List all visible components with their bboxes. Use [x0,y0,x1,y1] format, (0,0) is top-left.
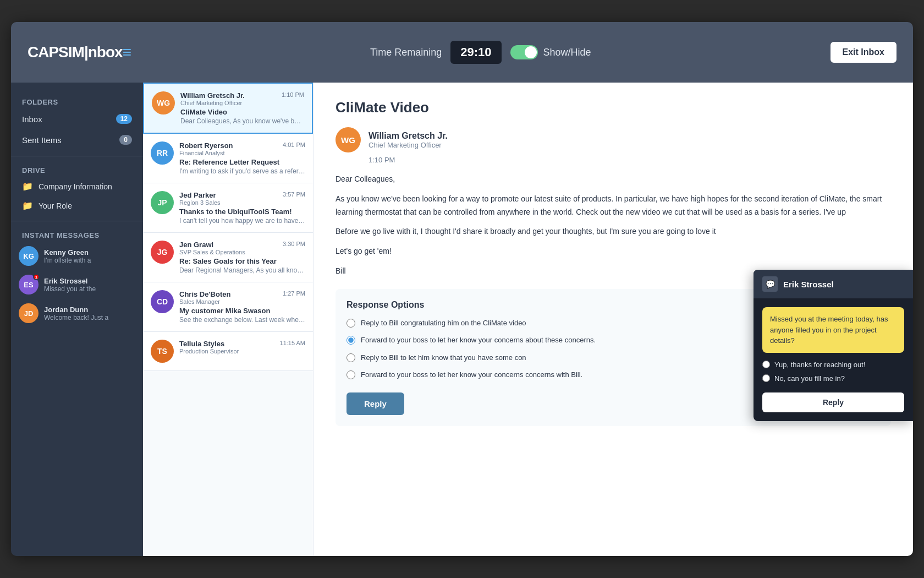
folder-icon-role: 📁 [22,200,33,211]
email-header-row: Jen Grawl SVP Sales & Operations 3:30 PM [179,241,305,255]
email-preview: See the exchange below. Last week when I… [179,316,305,324]
sidebar-divider-2 [11,221,143,221]
reply-button[interactable]: Reply [346,392,404,415]
response-radio[interactable] [346,319,355,328]
response-label[interactable]: Reply to Bill congratulating him on the … [361,318,526,329]
im-list-item-jd[interactable]: JD Jordan Dunn Welcome back! Just a [11,299,143,328]
sender-info: William Gretsch Jr. Chief Marketing Offi… [369,131,448,149]
folder-icon-company: 📁 [22,181,33,192]
im-name: Kenny Green [44,248,135,257]
email-sender: Jen Grawl [179,241,245,249]
im-preview: Missed you at the [44,285,135,293]
email-header-row: Jed Parker Region 3 Sales 3:57 PM [179,191,305,206]
your-role-label: Your Role [38,201,72,210]
sidebar: Folders Inbox 12 Sent Items 0 Drive 📁 Co… [11,83,143,556]
email-content: CliMate Video WG William Gretsch Jr. Chi… [314,83,913,556]
im-avatar: ES 1 [19,275,38,295]
sender-title: Chief Marketing Officer [369,141,448,149]
email-sender: Robert Ryerson [179,141,233,150]
email-list-item[interactable]: TS Tellula Styles Production Supervisor … [143,332,313,371]
email-list-item[interactable]: WG William Gretsch Jr. Chief Marketing O… [143,83,313,134]
sender-name: William Gretsch Jr. [369,131,448,141]
im-reply-label[interactable]: No, can you fill me in? [774,374,845,383]
email-preview: I'm writing to ask if you'd serve as a r… [179,167,305,175]
email-role: Production Supervisor [179,348,239,355]
show-hide-label: Show/Hide [543,47,591,58]
sidebar-item-inbox[interactable]: Inbox 12 [11,108,143,129]
inbox-label: Inbox [22,114,116,124]
email-header-row: Robert Ryerson Financial Analyst 4:01 PM [179,141,305,156]
email-list-item[interactable]: JG Jen Grawl SVP Sales & Operations 3:30… [143,233,313,282]
email-time: 3:57 PM [283,191,305,198]
sent-items-label: Sent Items [22,135,119,145]
sidebar-item-sent[interactable]: Sent Items 0 [11,129,143,150]
email-avatar: TS [151,340,174,363]
response-label[interactable]: Forward to your boss to let her know you… [361,335,596,346]
im-text: Kenny Green I'm offsite with a [44,248,135,264]
im-reply-option[interactable]: No, can you fill me in? [762,374,904,383]
email-avatar: JG [151,241,174,264]
email-list-item[interactable]: RR Robert Ryerson Financial Analyst 4:01… [143,134,313,183]
email-list-item[interactable]: JP Jed Parker Region 3 Sales 3:57 PM Tha… [143,183,313,233]
main-layout: Folders Inbox 12 Sent Items 0 Drive 📁 Co… [11,83,913,556]
response-radio[interactable] [346,336,355,345]
exit-inbox-button[interactable]: Exit Inbox [831,42,897,63]
email-header-row: Chris De'Boten Sales Manager 1:27 PM [179,290,305,305]
email-list-item[interactable]: CD Chris De'Boten Sales Manager 1:27 PM … [143,282,313,332]
im-name: Jordan Dunn [44,306,135,314]
im-reply-button[interactable]: Reply [762,392,904,412]
im-reply-options: Yup, thanks for reaching out! No, can yo… [762,361,904,383]
email-sender: William Gretsch Jr. [180,91,245,100]
email-body-p2: Before we go live with it, I thought I'd… [336,225,891,238]
im-reply-label[interactable]: Yup, thanks for reaching out! [774,361,866,369]
email-meta: William Gretsch Jr. Chief Marketing Offi… [180,91,304,125]
im-text: Jordan Dunn Welcome back! Just a [44,306,135,321]
email-avatar: WG [152,91,175,114]
sidebar-item-company-info[interactable]: 📁 Company Information [11,177,143,196]
email-sender-block: Jen Grawl SVP Sales & Operations [179,241,245,255]
im-popup-body: Missed you at the meeting today, has any… [754,298,913,421]
im-list-item-es[interactable]: ES 1 Erik Strossel Missed you at the [11,270,143,299]
sent-badge: 0 [119,135,132,145]
im-radio[interactable] [762,374,770,382]
im-avatar: JD [19,303,38,323]
show-hide-toggle-area: Show/Hide [510,45,591,59]
response-radio[interactable] [346,353,355,362]
email-preview: Dear Regional Managers, As you all know,… [179,266,305,274]
im-message-bubble: Missed you at the meeting today, has any… [762,307,904,353]
email-role: Sales Manager [179,298,230,305]
email-header-row: William Gretsch Jr. Chief Marketing Offi… [180,91,304,106]
email-preview: I can't tell you how happy we are to hav… [179,217,305,225]
sender-row: WG William Gretsch Jr. Chief Marketing O… [336,127,891,152]
response-label[interactable]: Forward to your boss to let her know you… [361,369,582,380]
im-name: Erik Strossel [44,277,135,285]
email-sender-block: Jed Parker Region 3 Sales [179,191,221,206]
email-subject: My customer Mika Swason [179,307,305,315]
response-label[interactable]: Reply to Bill to let him know that you h… [361,352,526,363]
time-display: 29:10 [450,41,501,64]
email-meta: Jed Parker Region 3 Sales 3:57 PM Thanks… [179,191,305,225]
im-radio[interactable] [762,361,770,368]
email-subject: Thanks to the UbiquiToolS Team! [179,208,305,216]
folders-section-title: Folders [11,94,143,108]
inbox-badge: 12 [116,114,132,124]
show-hide-toggle[interactable] [510,45,538,59]
im-popup: 💬 Erik Strossel Missed you at the meetin… [754,270,913,421]
im-text: Erik Strossel Missed you at the [44,277,135,293]
email-role: Chief Marketing Officer [180,100,245,106]
im-list-item-kg[interactable]: KG Kenny Green I'm offsite with a [11,242,143,270]
email-subject: Re: Sales Goals for this Year [179,257,305,265]
email-greeting: Dear Colleagues, [336,173,891,186]
sender-avatar: WG [336,127,361,152]
response-radio[interactable] [346,370,355,379]
im-section-title: Instant Messages [11,227,143,242]
email-meta: Jen Grawl SVP Sales & Operations 3:30 PM… [179,241,305,274]
im-reply-option[interactable]: Yup, thanks for reaching out! [762,361,904,369]
email-header-row: Tellula Styles Production Supervisor 11:… [179,340,305,355]
email-meta: Chris De'Boten Sales Manager 1:27 PM My … [179,290,305,324]
notification-dot: 1 [33,274,40,280]
sidebar-item-your-role[interactable]: 📁 Your Role [11,196,143,215]
email-sender-block: Chris De'Boten Sales Manager [179,290,230,305]
email-role: Financial Analyst [179,150,233,156]
toggle-thumb [525,46,537,58]
